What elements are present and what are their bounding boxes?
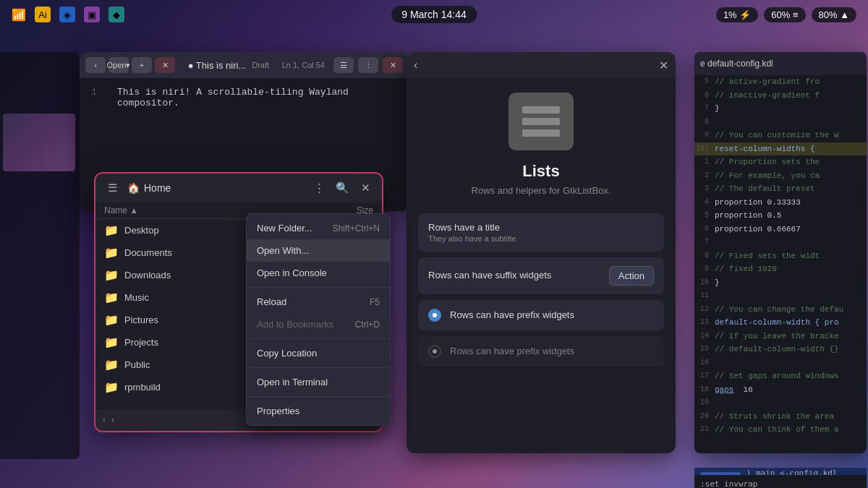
- workspace-thumb-image: [3, 114, 75, 171]
- cpu-indicator: 1% ⚡: [716, 7, 758, 22]
- code-line: 18 gaps 16: [694, 383, 867, 397]
- code-line: 7 }: [694, 102, 867, 116]
- code-line: 15 // default-column-width {}: [694, 343, 867, 356]
- list-row-action-button[interactable]: Action: [609, 266, 654, 286]
- svg-rect-2: [522, 129, 560, 137]
- editor-title: ● This is niri...: [188, 60, 247, 71]
- code-line: 4 proportion 0.33333: [694, 196, 867, 210]
- files-location: Home: [144, 182, 171, 194]
- folder-icon-desktop: 📁: [104, 223, 119, 237]
- lists-title: Lists: [522, 162, 559, 181]
- ctx-reload-shortcut: F5: [370, 297, 380, 307]
- app-icon-3[interactable]: ▣: [84, 7, 100, 22]
- folder-icon-pictures: 📁: [104, 313, 119, 327]
- ctx-open-console[interactable]: Open in Console: [247, 262, 390, 284]
- files-titlebar-buttons: ⋮ 🔍 ✕: [310, 179, 375, 197]
- ctx-copy-location[interactable]: Copy Location: [247, 342, 390, 364]
- app-icon-4[interactable]: ◆: [109, 7, 124, 22]
- topbar-right: 1% ⚡ 60% ≡ 80% ▲: [716, 7, 856, 22]
- ctx-properties[interactable]: Properties: [247, 400, 390, 422]
- editor-close-button[interactable]: ✕: [155, 57, 175, 73]
- code-line: 9 // fixed 1920: [694, 262, 867, 276]
- list-row-3-title: Rows can have prefix widgets: [450, 309, 654, 320]
- lists-back-button[interactable]: ‹: [414, 59, 417, 72]
- code-line: 21 // You can think of them a: [694, 423, 867, 433]
- battery-indicator: 80% ▲: [812, 7, 857, 22]
- lists-titlebar: ‹ ✕: [407, 52, 676, 78]
- editor-back-button[interactable]: ‹: [85, 57, 106, 73]
- code-line: 8: [694, 116, 867, 129]
- radio-icon-2: [428, 345, 441, 358]
- code-titlebar: e default-config.kdl: [694, 52, 867, 75]
- app-icon-illustrator[interactable]: Ai: [35, 7, 51, 22]
- radio-icon-1: [428, 309, 441, 322]
- code-line-highlight: 167 reset-column-widths {: [694, 142, 867, 156]
- ctx-separator-4: [247, 396, 390, 397]
- ctx-open-terminal[interactable]: Open in Terminal: [247, 371, 390, 393]
- workspace-bar: [0, 52, 80, 459]
- list-row-1-sub: They also have a subtitle: [428, 234, 654, 243]
- folder-icon-documents: 📁: [104, 246, 119, 260]
- files-menu-button[interactable]: ⋮: [310, 179, 328, 197]
- line-number-1: 1: [91, 87, 106, 108]
- code-line: 2 // For example, you ca: [694, 169, 867, 183]
- ctx-copy-location-label: Copy Location: [257, 348, 317, 359]
- code-line: 13 default-column-width { pro: [694, 316, 867, 330]
- list-row-title: Rows have a title They also have a subti…: [418, 213, 664, 252]
- editor-open-button[interactable]: Open ▾: [109, 57, 129, 73]
- list-row-radio-1-content: Rows can have prefix widgets: [450, 309, 654, 322]
- ctx-separator-2: [247, 338, 390, 339]
- titlebar-btn-group: ‹ Open ▾ + ✕: [85, 57, 175, 73]
- svg-rect-1: [522, 118, 560, 125]
- ctx-properties-label: Properties: [257, 406, 299, 416]
- lists-demo-window: ‹ ✕ Lists Rows and helpers for GtkListBo…: [407, 52, 676, 453]
- volume-indicator: 60% ≡: [764, 7, 805, 22]
- ctx-open-console-label: Open in Console: [257, 267, 327, 278]
- ctx-new-folder[interactable]: New Folder... Shift+Ctrl+N: [247, 217, 390, 239]
- code-line: 19: [694, 396, 867, 410]
- code-line: 5 proportion 0.5: [694, 209, 867, 223]
- lists-close-button[interactable]: ✕: [659, 59, 668, 72]
- files-sidebar-button[interactable]: ☰: [103, 179, 122, 197]
- ctx-add-bookmarks-shortcut: Ctrl+D: [355, 320, 380, 330]
- list-row-title-content: Rows have a title They also have a subti…: [428, 222, 654, 243]
- files-close-button[interactable]: ✕: [356, 179, 375, 197]
- lists-content: Lists Rows and helpers for GtkListBox. R…: [407, 78, 676, 453]
- topbar-left: 📶 Ai ◈ ▣ ◆: [12, 7, 124, 22]
- list-row-1-title: Rows have a title: [428, 222, 654, 233]
- workspace-thumbnail[interactable]: [3, 114, 75, 171]
- context-menu: New Folder... Shift+Ctrl+N Open With... …: [246, 213, 391, 426]
- lists-subtitle: Rows and helpers for GtkListBox.: [472, 185, 611, 196]
- editor-line-1: 1 This is niri! A scrollable-tiling Wayl…: [91, 87, 397, 108]
- code-line: 6 // inactive-gradient f: [694, 89, 867, 103]
- code-title: e default-config.kdl: [700, 59, 861, 69]
- ctx-open-with[interactable]: Open With...: [247, 239, 390, 262]
- code-line: 20 // Struts shrink the area: [694, 410, 867, 424]
- lists-hero: Lists Rows and helpers for GtkListBox.: [418, 93, 664, 196]
- code-line: 9 // You can customize the W: [694, 129, 867, 142]
- files-prev-btn[interactable]: ‹: [103, 415, 106, 425]
- files-search-button[interactable]: 🔍: [333, 179, 352, 197]
- code-line: 3 // The default preset: [694, 182, 867, 196]
- files-next-btn[interactable]: ›: [111, 415, 114, 425]
- editor-menu-button[interactable]: ☰: [333, 57, 354, 73]
- code-line: 16: [694, 356, 867, 370]
- code-line: 1 // Proportion sets the: [694, 155, 867, 169]
- ctx-reload[interactable]: Reload F5: [247, 291, 390, 313]
- list-row-4-title: Rows can have prefix widgets: [450, 346, 654, 356]
- list-row-2-title: Rows can have suffix widgets: [428, 270, 609, 281]
- code-editor-window: e default-config.kdl 5 // active-gradien…: [694, 52, 867, 453]
- editor-close-x-button[interactable]: ✕: [383, 57, 403, 73]
- ctx-reload-label: Reload: [257, 296, 286, 307]
- lists-hero-icon: [509, 93, 574, 150]
- ctx-open-with-label: Open With...: [257, 245, 309, 256]
- code-content: 5 // active-gradient fro 6 // inactive-g…: [694, 75, 867, 433]
- app-icon-editor[interactable]: ◈: [59, 7, 75, 22]
- ctx-add-bookmarks: Add to Bookmarks Ctrl+D: [247, 313, 390, 335]
- vim-cmdline: :set invwrap: [700, 479, 757, 488]
- topbar-center: 9 March 14:44: [391, 8, 477, 21]
- editor-new-tab-button[interactable]: +: [132, 57, 152, 73]
- editor-overflow-button[interactable]: ⋮: [358, 57, 378, 73]
- editor-position: Ln 1, Col 54: [282, 61, 325, 69]
- ctx-separator-1: [247, 287, 390, 288]
